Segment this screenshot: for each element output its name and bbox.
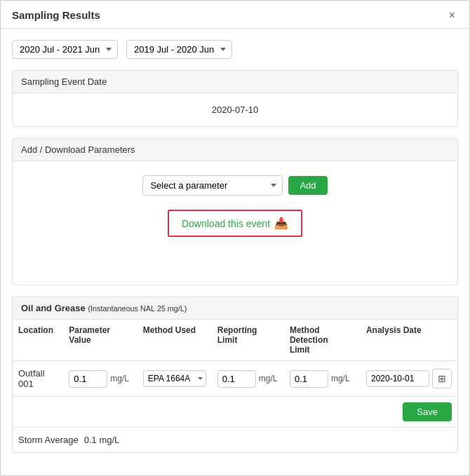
oil-note: (Instantaneous NAL 25 mg/L) (88, 304, 187, 313)
storm-average-row: Storm Average 0.1 mg/L (12, 428, 458, 453)
col-param-value: Parameter Value (63, 320, 137, 361)
save-row: Save (12, 397, 458, 428)
year-select-2[interactable]: 2019 Jul - 2020 Jun (126, 40, 232, 59)
table-header-row: Location Parameter Value Method Used Rep… (13, 320, 458, 361)
cell-analysis-date: ⊞ (361, 361, 458, 397)
year-select-1[interactable]: 2020 Jul - 2021 Jun (12, 40, 118, 59)
param-row: Select a parameter Add (24, 175, 446, 196)
storm-value: 0.1 mg/L (84, 435, 120, 445)
table-head: Location Parameter Value Method Used Rep… (13, 320, 458, 361)
col-mdl: Method DetectionLimit (284, 320, 361, 361)
data-table: Location Parameter Value Method Used Rep… (12, 320, 458, 397)
oil-grease-section: Oil and Grease (Instantaneous NAL 25 mg/… (12, 297, 458, 453)
mdl-unit: mg/L (331, 374, 350, 383)
oil-section-header: Oil and Grease (Instantaneous NAL 25 mg/… (12, 297, 458, 320)
sampling-event-header: Sampling Event Date (12, 70, 458, 93)
add-download-content: Select a parameter Add Download this eve… (12, 161, 458, 285)
analysis-date-input[interactable] (366, 370, 429, 387)
add-button[interactable]: Add (288, 176, 327, 195)
mdl-input[interactable] (290, 370, 328, 388)
spacer (24, 243, 446, 271)
param-unit: mg/L (110, 374, 129, 383)
cell-param-value: mg/L (63, 361, 137, 397)
close-button[interactable]: × (446, 10, 458, 21)
col-method-used: Method Used (137, 320, 212, 361)
reporting-limit-input[interactable] (217, 370, 256, 388)
calendar-icon[interactable]: ⊞ (432, 369, 452, 388)
cell-location: Outfall 001 (13, 361, 64, 397)
table-row: Outfall 001 mg/L EPA 1664A (13, 361, 458, 397)
event-date: 2020-07-10 (24, 104, 446, 115)
storm-label: Storm Average (18, 435, 79, 445)
sampling-results-modal: Sampling Results × 2020 Jul - 2021 Jun 2… (0, 0, 470, 476)
download-link-text: Download this event (182, 218, 270, 229)
date-group: ⊞ (366, 369, 452, 388)
param-value-group: mg/L (69, 370, 129, 388)
reporting-unit: mg/L (259, 374, 278, 383)
cell-reporting-limit: mg/L (212, 361, 284, 397)
sampling-event-content: 2020-07-10 (12, 93, 458, 127)
table-body: Outfall 001 mg/L EPA 1664A (13, 361, 458, 397)
param-value-input[interactable] (69, 370, 107, 388)
add-download-header: Add / Download Parameters (12, 138, 458, 161)
modal-title: Sampling Results (12, 9, 100, 21)
mdl-group: mg/L (290, 370, 350, 388)
col-analysis-date: Analysis Date (361, 320, 458, 361)
param-select[interactable]: Select a parameter (142, 175, 283, 196)
cell-method: EPA 1664A (137, 361, 212, 397)
cell-mdl: mg/L (284, 361, 361, 397)
download-link-wrapper: Download this event 📥 (24, 210, 446, 237)
save-button[interactable]: Save (403, 402, 452, 421)
col-reporting-limit: Reporting Limit (212, 320, 284, 361)
col-location: Location (13, 320, 64, 361)
reporting-limit-group: mg/L (217, 370, 278, 388)
year-selectors: 2020 Jul - 2021 Jun 2019 Jul - 2020 Jun (12, 40, 458, 59)
method-select[interactable]: EPA 1664A (143, 370, 206, 387)
modal-header: Sampling Results × (1, 1, 469, 29)
oil-label: Oil and Grease (21, 303, 86, 313)
download-event-link[interactable]: Download this event 📥 (168, 210, 302, 237)
download-icon: 📥 (274, 217, 288, 230)
modal-body: 2020 Jul - 2021 Jun 2019 Jul - 2020 Jun … (1, 29, 469, 464)
